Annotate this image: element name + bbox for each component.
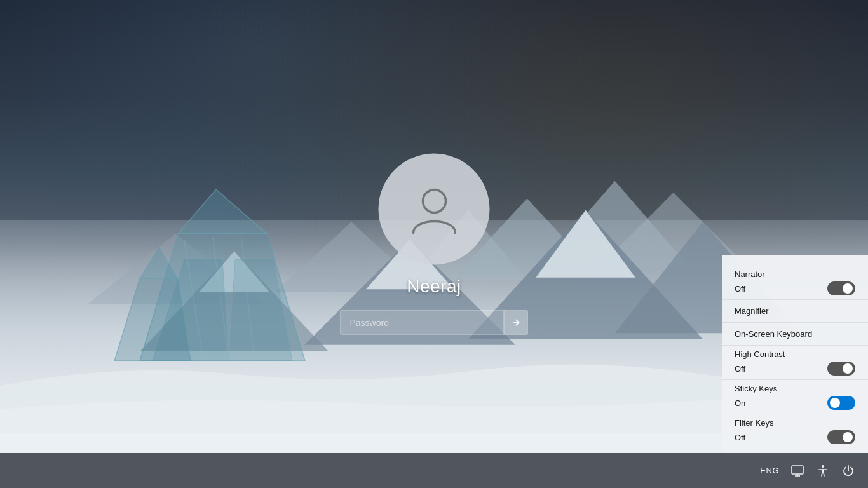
password-input[interactable] (341, 311, 528, 335)
accessibility-label-sticky-keys: Sticky Keys (735, 384, 855, 393)
accessibility-toggle-sticky-keys[interactable] (827, 396, 855, 410)
display-settings-icon[interactable] (790, 464, 804, 478)
accessibility-label-magnifier: Magnifier (735, 306, 855, 316)
language-indicator: ENG (760, 466, 779, 475)
login-container: Neeraj (341, 154, 528, 335)
password-container (341, 311, 528, 335)
accessibility-toggle-filter-keys[interactable] (827, 430, 855, 444)
accessibility-toggle-high-contrast[interactable] (827, 362, 855, 376)
accessibility-label-narrator: Narrator (735, 269, 855, 279)
svg-marker-16 (229, 259, 292, 361)
accessibility-toggle-narrator[interactable] (827, 281, 855, 295)
glass-building (102, 183, 343, 361)
accessibility-item-magnifier[interactable]: Magnifier (722, 300, 868, 323)
svg-marker-14 (178, 189, 267, 234)
accessibility-item-narrator: NarratorOff (722, 266, 868, 300)
password-submit-button[interactable] (504, 311, 528, 335)
accessibility-panel: NarratorOffMagnifierOn-Screen KeyboardHi… (722, 255, 868, 453)
accessibility-label-on-screen-keyboard: On-Screen Keyboard (735, 329, 855, 339)
accessibility-status-high-contrast: Off (735, 364, 745, 374)
accessibility-label-filter-keys: Filter Keys (735, 418, 855, 428)
accessibility-item-on-screen-keyboard[interactable]: On-Screen Keyboard (722, 323, 868, 346)
power-icon[interactable] (841, 464, 855, 478)
accessibility-status-filter-keys: Off (735, 433, 745, 442)
accessibility-item-high-contrast: High ContrastOff (722, 346, 868, 380)
svg-rect-23 (792, 466, 803, 474)
toggle-thumb-narrator (843, 283, 853, 294)
accessibility-status-sticky-keys: On (735, 398, 745, 408)
accessibility-item-sticky-keys: Sticky KeysOn (722, 380, 868, 414)
svg-point-22 (423, 189, 445, 212)
accessibility-label-high-contrast: High Contrast (735, 349, 855, 359)
accessibility-icon[interactable] (816, 464, 830, 478)
accessibility-status-narrator: Off (735, 284, 745, 294)
svg-marker-17 (114, 278, 191, 361)
username-label: Neeraj (407, 276, 461, 297)
avatar-icon (405, 180, 463, 238)
avatar (379, 154, 490, 265)
toggle-thumb-filter-keys (843, 432, 853, 442)
svg-point-26 (822, 465, 824, 468)
toggle-thumb-high-contrast (843, 363, 853, 374)
accessibility-item-filter-keys: Filter KeysOff (722, 414, 868, 448)
toggle-thumb-sticky-keys (830, 398, 840, 408)
taskbar: ENG (0, 453, 868, 488)
